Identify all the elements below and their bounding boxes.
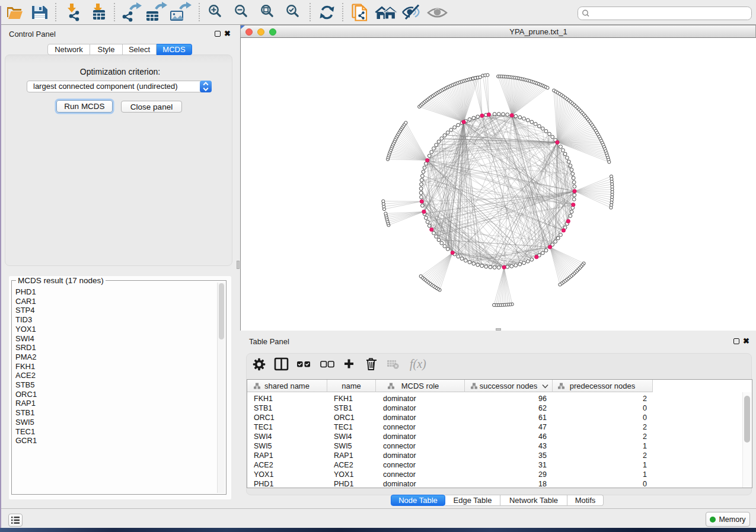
svg-text:f(x): f(x) <box>410 357 426 371</box>
